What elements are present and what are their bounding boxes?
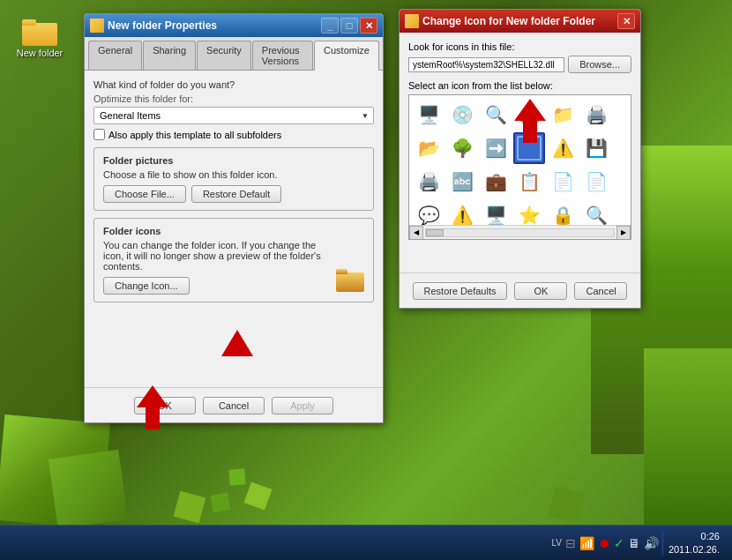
scroll-track (425, 228, 615, 237)
icon-cell-13[interactable]: 🖨️ (413, 166, 444, 198)
bg-cube-left-bottom-2 (49, 450, 128, 529)
scroll-left-btn[interactable]: ◀ (409, 226, 423, 240)
icon-cell-6[interactable]: 🖨️ (580, 99, 612, 131)
clock-time: 0:26 (669, 530, 720, 542)
change-icon-titlebar-icon (405, 14, 419, 28)
tab-general[interactable]: General (88, 41, 142, 70)
svg-marker-1 (137, 385, 168, 429)
icon-cell-16[interactable]: 📋 (513, 166, 545, 198)
folder-icon-preview (336, 268, 364, 293)
browse-button[interactable]: Browse... (568, 56, 631, 73)
scroll-thumb[interactable] (426, 229, 444, 236)
change-icon-content: Look for icons in this file: Browse... S… (400, 33, 640, 240)
change-icon-footer: Restore Defaults OK Cancel (400, 273, 640, 308)
change-icon-close-button[interactable]: ✕ (617, 13, 635, 29)
minimize-button[interactable]: _ (321, 18, 339, 34)
optimize-label: Optimize this folder for: (93, 93, 374, 104)
red-arrow-bottom (137, 385, 168, 432)
properties-titlebar: New folder Properties _ □ ✕ (85, 14, 383, 37)
taskbar-network-icon: 📶 (579, 536, 594, 550)
folder-icons-heading: Folder icons (103, 226, 364, 236)
icon-cell-1[interactable]: 🖥️ (413, 99, 444, 131)
bg-cube-small-1 (174, 491, 206, 524)
bg-cube-small-2 (210, 492, 230, 512)
icon-scrollbar: ◀ ▶ (409, 225, 631, 239)
desktop: New folder New folder Properties _ □ ✕ G… (0, 0, 732, 560)
properties-cancel-button[interactable]: Cancel (203, 397, 265, 414)
properties-apply-button[interactable]: Apply (272, 397, 333, 414)
icon-cell-5[interactable]: 📁 (547, 99, 579, 131)
maximize-button[interactable]: □ (340, 18, 358, 34)
what-kind-label: What kind of folder do you want? (93, 79, 374, 90)
icon-cell-2[interactable]: 💿 (446, 99, 478, 131)
icon-cell-8[interactable]: 🌳 (446, 132, 478, 164)
apply-subfolders-checkbox[interactable] (93, 129, 105, 140)
properties-footer: OK Cancel Apply (85, 387, 383, 422)
icon-cell-18[interactable]: 📄 (580, 166, 612, 198)
folder-icons-section: Folder icons You can change the folder i… (93, 218, 374, 302)
folder-pictures-buttons: Choose File... Restore Default (103, 185, 364, 203)
change-icon-dialog: Change Icon for New folder Folder ✕ Look… (399, 9, 641, 309)
icon-cell-12[interactable]: 💾 (580, 132, 612, 164)
look-for-label: Look for icons in this file: (408, 41, 631, 52)
icon-cell-15[interactable]: 💼 (480, 166, 512, 198)
change-icon-restore-defaults-button[interactable]: Restore Defaults (413, 282, 508, 300)
change-icon-cancel-button[interactable]: Cancel (574, 282, 627, 300)
icon-cell-11[interactable]: ⚠️ (547, 132, 579, 164)
change-icon-controls: ✕ (617, 13, 635, 29)
icon-cell-3[interactable]: 🔍 (480, 99, 512, 131)
taskbar-volume-icon: 🔊 (644, 536, 659, 550)
icon-cell-7[interactable]: 📂 (413, 132, 444, 164)
taskbar-record-icon: ⏺ (598, 536, 610, 550)
tab-bar: General Sharing Security Previous Versio… (85, 37, 383, 71)
desktop-folder[interactable]: New folder (13, 18, 66, 58)
red-arrow-svg (514, 99, 546, 143)
clock-date: 2011.02.26. (669, 543, 720, 556)
tab-previous-versions[interactable]: Previous Versions (252, 41, 313, 70)
taskbar-lang: LV (551, 538, 562, 548)
tab-customize[interactable]: Customize (314, 41, 379, 71)
folder-icon (22, 18, 57, 46)
properties-title: New folder Properties (108, 19, 321, 32)
folder-titlebar-icon (90, 19, 104, 33)
optimize-dropdown[interactable]: General Items (93, 107, 374, 124)
taskbar-icon-separator: ⊟ (565, 536, 576, 550)
red-arrow-up-svg (137, 385, 168, 429)
folder-pictures-section: Folder pictures Choose a file to show on… (93, 147, 374, 211)
file-path-input[interactable] (408, 57, 564, 72)
restore-default-button[interactable]: Restore Default (191, 185, 281, 203)
arrow-selected-icon (514, 99, 546, 146)
change-icon-ok-button[interactable]: OK (514, 282, 567, 300)
folder-icons-desc: You can change the folder icon. If you c… (103, 240, 329, 272)
svg-marker-0 (514, 99, 546, 143)
bg-cube-right-bottom (644, 348, 732, 525)
taskbar: LV ⊟ 📶 ⏺ ✓ 🖥 🔊 0:26 2011.02.26. (0, 525, 732, 560)
file-path-row: Browse... (408, 56, 631, 73)
choose-file-button[interactable]: Choose File... (103, 185, 186, 203)
taskbar-monitor-icon: 🖥 (628, 536, 640, 550)
change-icon-title: Change Icon for New folder Folder (422, 15, 617, 27)
change-icon-btn-wrapper: Change Icon... (103, 277, 364, 295)
scroll-right-btn[interactable]: ▶ (616, 226, 631, 240)
tab-sharing[interactable]: Sharing (143, 41, 196, 70)
select-icon-label: Select an icon from the list below: (408, 80, 631, 91)
taskbar-clock[interactable]: 0:26 2011.02.26. (662, 530, 725, 556)
icon-cell-14[interactable]: 🔤 (446, 166, 478, 198)
close-button[interactable]: ✕ (360, 18, 377, 34)
change-icon-button[interactable]: Change Icon... (103, 277, 190, 295)
icon-cell-9[interactable]: ➡️ (480, 132, 512, 164)
bg-cube-small-5 (549, 487, 586, 524)
properties-controls: _ □ ✕ (321, 18, 377, 34)
folder-pictures-desc: Choose a file to show on this folder ico… (103, 169, 364, 180)
bg-cube-small-3 (243, 482, 272, 510)
taskbar-check-icon: ✓ (614, 536, 624, 550)
folder-pictures-heading: Folder pictures (103, 155, 364, 166)
apply-subfolders-row: Also apply this template to all subfolde… (93, 129, 374, 140)
tab-security[interactable]: Security (197, 41, 251, 70)
folder-label: New folder (17, 48, 63, 58)
properties-dialog: New folder Properties _ □ ✕ General Shar… (84, 13, 384, 423)
icon-cell-17[interactable]: 📄 (547, 166, 579, 198)
apply-subfolders-label: Also apply this template to all subfolde… (108, 130, 281, 140)
optimize-dropdown-wrapper: General Items (93, 107, 374, 124)
taskbar-right: LV ⊟ 📶 ⏺ ✓ 🖥 🔊 0:26 2011.02.26. (551, 530, 725, 556)
